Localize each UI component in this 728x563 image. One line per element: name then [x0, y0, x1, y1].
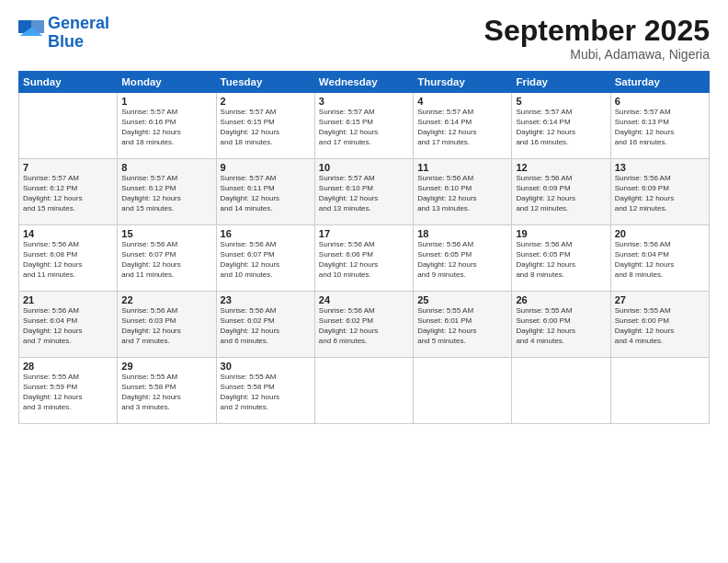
cell-details: Sunrise: 5:56 AM Sunset: 6:02 PM Dayligh…: [319, 306, 409, 346]
cell-details: Sunrise: 5:56 AM Sunset: 6:09 PM Dayligh…: [516, 174, 606, 213]
cell-details: Sunrise: 5:56 AM Sunset: 6:04 PM Dayligh…: [615, 240, 705, 280]
day-number: 25: [417, 294, 507, 305]
day-number: 7: [23, 162, 113, 173]
logo: General Blue: [18, 15, 109, 52]
cell-details: Sunrise: 5:57 AM Sunset: 6:15 PM Dayligh…: [319, 108, 409, 147]
day-number: 23: [221, 294, 311, 305]
cell-details: Sunrise: 5:57 AM Sunset: 6:12 PM Dayligh…: [121, 174, 211, 213]
cell-details: Sunrise: 5:56 AM Sunset: 6:07 PM Dayligh…: [221, 240, 311, 280]
cell-details: Sunrise: 5:56 AM Sunset: 6:06 PM Dayligh…: [319, 240, 409, 280]
calendar-header: Sunday Monday Tuesday Wednesday Thursday…: [19, 72, 710, 93]
cell-details: Sunrise: 5:57 AM Sunset: 6:16 PM Dayligh…: [121, 108, 211, 147]
day-number: 3: [319, 96, 409, 107]
cell-details: Sunrise: 5:56 AM Sunset: 6:08 PM Dayligh…: [23, 240, 113, 280]
cell-details: Sunrise: 5:57 AM Sunset: 6:10 PM Dayligh…: [319, 174, 409, 213]
table-row: 22Sunrise: 5:56 AM Sunset: 6:03 PM Dayli…: [118, 292, 216, 358]
location-subtitle: Mubi, Adamawa, Nigeria: [484, 47, 710, 62]
day-number: 17: [319, 228, 409, 239]
day-number: 22: [121, 294, 211, 305]
day-number: 11: [417, 162, 507, 173]
col-thursday: Thursday: [414, 72, 512, 93]
col-saturday: Saturday: [610, 72, 709, 93]
logo-blue: Blue: [48, 32, 84, 51]
day-number: 18: [417, 228, 507, 239]
day-number: 2: [221, 96, 311, 107]
title-block: September 2025 Mubi, Adamawa, Nigeria: [484, 15, 710, 62]
day-number: 6: [615, 96, 705, 107]
cell-details: Sunrise: 5:56 AM Sunset: 6:03 PM Dayligh…: [121, 306, 211, 346]
cell-details: Sunrise: 5:57 AM Sunset: 6:14 PM Dayligh…: [417, 108, 507, 147]
table-row: 28Sunrise: 5:55 AM Sunset: 5:59 PM Dayli…: [19, 358, 118, 424]
week-row: 1Sunrise: 5:57 AM Sunset: 6:16 PM Daylig…: [19, 93, 710, 159]
header: General Blue September 2025 Mubi, Adamaw…: [18, 15, 710, 62]
calendar-table: Sunday Monday Tuesday Wednesday Thursday…: [18, 71, 710, 424]
cell-details: Sunrise: 5:57 AM Sunset: 6:12 PM Dayligh…: [23, 174, 113, 213]
table-row: 6Sunrise: 5:57 AM Sunset: 6:13 PM Daylig…: [610, 93, 709, 159]
week-row: 14Sunrise: 5:56 AM Sunset: 6:08 PM Dayli…: [19, 225, 710, 292]
table-row: 26Sunrise: 5:55 AM Sunset: 6:00 PM Dayli…: [512, 292, 610, 358]
month-title: September 2025: [484, 15, 710, 47]
table-row: 24Sunrise: 5:56 AM Sunset: 6:02 PM Dayli…: [314, 292, 413, 358]
table-row: 1Sunrise: 5:57 AM Sunset: 6:16 PM Daylig…: [118, 93, 216, 159]
cell-details: Sunrise: 5:57 AM Sunset: 6:15 PM Dayligh…: [221, 108, 311, 147]
calendar-body: 1Sunrise: 5:57 AM Sunset: 6:16 PM Daylig…: [19, 93, 710, 424]
table-row: 14Sunrise: 5:56 AM Sunset: 6:08 PM Dayli…: [19, 225, 118, 292]
cell-details: Sunrise: 5:56 AM Sunset: 6:05 PM Dayligh…: [417, 240, 507, 280]
table-row: 12Sunrise: 5:56 AM Sunset: 6:09 PM Dayli…: [512, 159, 610, 225]
col-friday: Friday: [512, 72, 610, 93]
cell-details: Sunrise: 5:56 AM Sunset: 6:04 PM Dayligh…: [23, 306, 113, 346]
day-number: 15: [121, 228, 211, 239]
day-number: 12: [516, 162, 606, 173]
day-number: 8: [121, 162, 211, 173]
table-row: 20Sunrise: 5:56 AM Sunset: 6:04 PM Dayli…: [610, 225, 709, 292]
col-sunday: Sunday: [19, 72, 118, 93]
logo-general: General: [48, 14, 109, 32]
table-row: 3Sunrise: 5:57 AM Sunset: 6:15 PM Daylig…: [314, 93, 413, 159]
table-row: 9Sunrise: 5:57 AM Sunset: 6:11 PM Daylig…: [216, 159, 314, 225]
logo-icon: [18, 20, 44, 46]
day-number: 13: [615, 162, 705, 173]
table-row: 27Sunrise: 5:55 AM Sunset: 6:00 PM Dayli…: [610, 292, 709, 358]
table-row: 16Sunrise: 5:56 AM Sunset: 6:07 PM Dayli…: [216, 225, 314, 292]
table-row: 25Sunrise: 5:55 AM Sunset: 6:01 PM Dayli…: [414, 292, 512, 358]
day-number: 16: [221, 228, 311, 239]
table-row: 8Sunrise: 5:57 AM Sunset: 6:12 PM Daylig…: [118, 159, 216, 225]
col-tuesday: Tuesday: [216, 72, 314, 93]
table-row: [414, 358, 512, 424]
col-monday: Monday: [118, 72, 216, 93]
day-number: 19: [516, 228, 606, 239]
table-row: [512, 358, 610, 424]
week-row: 21Sunrise: 5:56 AM Sunset: 6:04 PM Dayli…: [19, 292, 710, 358]
cell-details: Sunrise: 5:56 AM Sunset: 6:10 PM Dayligh…: [417, 174, 507, 213]
logo-text: General Blue: [48, 15, 109, 52]
table-row: [610, 358, 709, 424]
cell-details: Sunrise: 5:55 AM Sunset: 6:00 PM Dayligh…: [516, 306, 606, 346]
table-row: 17Sunrise: 5:56 AM Sunset: 6:06 PM Dayli…: [314, 225, 413, 292]
day-number: 24: [319, 294, 409, 305]
table-row: [19, 93, 118, 159]
table-row: 29Sunrise: 5:55 AM Sunset: 5:58 PM Dayli…: [118, 358, 216, 424]
table-row: 10Sunrise: 5:57 AM Sunset: 6:10 PM Dayli…: [314, 159, 413, 225]
table-row: 13Sunrise: 5:56 AM Sunset: 6:09 PM Dayli…: [610, 159, 709, 225]
day-number: 26: [516, 294, 606, 305]
day-number: 21: [23, 294, 113, 305]
day-number: 9: [221, 162, 311, 173]
table-row: 11Sunrise: 5:56 AM Sunset: 6:10 PM Dayli…: [414, 159, 512, 225]
day-number: 14: [23, 228, 113, 239]
cell-details: Sunrise: 5:57 AM Sunset: 6:11 PM Dayligh…: [221, 174, 311, 213]
page: General Blue September 2025 Mubi, Adamaw…: [0, 0, 728, 563]
day-number: 29: [121, 361, 211, 372]
cell-details: Sunrise: 5:55 AM Sunset: 5:59 PM Dayligh…: [23, 373, 113, 412]
cell-details: Sunrise: 5:57 AM Sunset: 6:14 PM Dayligh…: [516, 108, 606, 147]
week-row: 7Sunrise: 5:57 AM Sunset: 6:12 PM Daylig…: [19, 159, 710, 225]
cell-details: Sunrise: 5:57 AM Sunset: 6:13 PM Dayligh…: [615, 108, 705, 147]
day-number: 20: [615, 228, 705, 239]
week-row: 28Sunrise: 5:55 AM Sunset: 5:59 PM Dayli…: [19, 358, 710, 424]
day-number: 1: [121, 96, 211, 107]
day-number: 30: [221, 361, 311, 372]
day-number: 28: [23, 361, 113, 372]
day-number: 10: [319, 162, 409, 173]
table-row: 15Sunrise: 5:56 AM Sunset: 6:07 PM Dayli…: [118, 225, 216, 292]
cell-details: Sunrise: 5:55 AM Sunset: 5:58 PM Dayligh…: [221, 373, 311, 412]
cell-details: Sunrise: 5:56 AM Sunset: 6:05 PM Dayligh…: [516, 240, 606, 280]
